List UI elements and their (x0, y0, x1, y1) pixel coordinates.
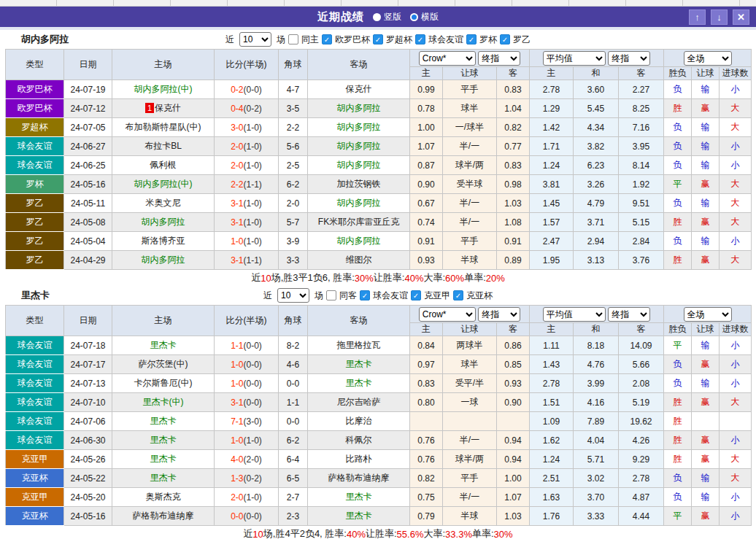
radio-icon[interactable] (373, 13, 381, 21)
away-team: 科佩尔 (308, 431, 410, 450)
corner-score: 2-0 (279, 194, 308, 213)
avg-home-odds: 1.76 (530, 507, 574, 526)
away-team: 比路朴 (308, 450, 410, 469)
match-row: 罗乙24-05-11米奥文尼3-1(1-0)2-0胡内多阿拉0.67半/一1.0… (6, 194, 752, 213)
away-team-name: 里杰卡 (346, 378, 372, 388)
layout-radio-vertical[interactable]: 竖版 (373, 11, 401, 23)
close-button[interactable]: ✕ (733, 9, 749, 25)
away-team-name: 里杰卡 (346, 511, 372, 521)
away-team-name: 维图尔 (346, 255, 372, 265)
fulltime-score: 1-0 (231, 236, 243, 247)
odds-stage-select[interactable]: 终指 (478, 307, 520, 322)
league-filter-label: 欧罗巴杯 (335, 34, 370, 46)
league-filter-checkbox[interactable]: ✓ (500, 34, 510, 44)
league-filter-checkbox[interactable]: ✓ (322, 34, 332, 44)
odds-company-select[interactable]: Crow* (419, 51, 476, 66)
handicap-line (443, 412, 497, 431)
sub-column-header: 进球数 (720, 323, 752, 336)
scope-select[interactable]: 全场 (684, 307, 732, 322)
result-goals: 大 (720, 118, 752, 137)
avg-stage-select[interactable]: 终指 (608, 307, 650, 322)
avg-home-odds: 1.43 (530, 355, 574, 374)
layout-radio-horizontal[interactable]: 横版 (410, 11, 439, 23)
move-down-button[interactable]: ↓ (711, 9, 728, 25)
home-team-name: 保克什 (155, 103, 181, 113)
column-header: 日期 (64, 50, 112, 80)
league-filter-checkbox[interactable]: ✓ (373, 34, 383, 44)
away-team-name: 胡内多阿拉 (337, 160, 381, 170)
result-win-draw-loss: 负 (664, 137, 692, 156)
fulltime-score: 2-2 (231, 179, 243, 190)
handicap-line: 半/一 (443, 137, 497, 156)
team-section: 胡内多阿拉近10场同主✓欧罗巴杯✓罗超杯✓球会友谊✓罗杯✓罗乙类型日期主场比分(… (5, 30, 751, 286)
league-filter-checkbox[interactable]: ✓ (466, 34, 477, 44)
halftime-score: (0-0) (244, 341, 262, 351)
halftime-score: (1-0) (244, 492, 262, 503)
sub-column-header: 胜负 (664, 67, 692, 80)
league-filter-label: 球会友谊 (373, 290, 408, 302)
match-row: 克亚杯24-05-22里杰卡1-3(0-2)6-5萨格勒布迪纳摩0.82平手1.… (6, 469, 752, 488)
avg-home-odds: 2.47 (530, 232, 574, 251)
match-row: 球会友谊24-07-06里杰卡7-1(3-0)0-0比摩治1.097.8919.… (6, 412, 752, 431)
handicap-line: 半球 (443, 251, 497, 270)
home-odds: 0.76 (410, 450, 443, 469)
summary-segment: 33.3% (445, 529, 472, 539)
avg-source-select[interactable]: 平均值 (543, 51, 606, 66)
sub-column-header: 让球 (692, 323, 720, 336)
away-odds: 0.89 (497, 251, 530, 270)
home-team: 胡内多阿拉 (112, 213, 215, 232)
league-filter-checkbox[interactable]: ✓ (411, 290, 421, 300)
match-date: 24-05-20 (64, 488, 112, 507)
league-filter-checkbox[interactable]: ✓ (415, 34, 425, 44)
match-date: 24-06-30 (64, 431, 112, 450)
avg-draw-odds: 4.16 (574, 393, 619, 412)
result-goals: 小 (720, 355, 752, 374)
same-venue-checkbox[interactable] (288, 34, 298, 44)
halftime-score: (0-2) (244, 473, 262, 484)
recent-count-select[interactable]: 10 (277, 288, 309, 303)
avg-draw-odds: 4.04 (574, 431, 619, 450)
halftime-score: (0-0) (244, 360, 262, 370)
corner-score: 2-5 (279, 156, 308, 175)
summary-segment: 让胜率: (374, 271, 405, 284)
home-team: 里杰卡 (112, 469, 215, 488)
away-team: 萨格勒布迪纳摩 (308, 469, 410, 488)
score: 3-1(1-0) (215, 213, 279, 232)
corner-score: 6-5 (279, 469, 308, 488)
away-team: FK米耶尔库雷亚丘克 (308, 213, 410, 232)
away-team: 里杰卡 (308, 355, 410, 374)
league-filter-checkbox[interactable]: ✓ (360, 290, 370, 300)
avg-home-odds: 1.24 (530, 156, 574, 175)
result-win-draw-loss: 负 (664, 232, 692, 251)
fulltime-score: 1-0 (231, 379, 243, 389)
move-up-button[interactable]: ↑ (689, 9, 706, 25)
avg-away-odds: 8.25 (619, 99, 664, 118)
corner-score: 5-6 (279, 137, 308, 156)
same-venue-checkbox[interactable] (326, 290, 336, 300)
away-odds: 0.90 (497, 393, 530, 412)
away-team: 尼尔吉哈萨 (308, 393, 410, 412)
fulltime-score: 3-1 (231, 255, 243, 265)
summary-segment: 近 (251, 271, 261, 284)
match-date: 24-05-22 (64, 469, 112, 488)
scope-select[interactable]: 全场 (684, 51, 732, 66)
fulltime-score: 2-0 (231, 160, 243, 171)
match-row: 球会友谊24-06-30里杰卡1-0(1-0)6-2科佩尔0.76半/一0.94… (6, 431, 752, 450)
away-team-name: 胡内多阿拉 (337, 141, 381, 151)
halftime-score: (1-0) (244, 141, 262, 152)
corner-score: 5-7 (279, 213, 308, 232)
avg-stage-select[interactable]: 终指 (608, 51, 650, 66)
avg-source-select[interactable]: 平均值 (543, 307, 606, 322)
avg-draw-odds: 3.13 (574, 251, 619, 270)
recent-count-select[interactable]: 10 (239, 32, 271, 47)
league-filter-checkbox[interactable]: ✓ (453, 290, 463, 300)
sub-column-header: 客 (619, 323, 664, 336)
odds-stage-select[interactable]: 终指 (478, 51, 520, 66)
result-goals: 大 (720, 213, 752, 232)
odds-company-select[interactable]: Crow* (419, 307, 476, 322)
result-handicap: 输 (692, 137, 720, 156)
radio-icon[interactable] (410, 13, 418, 21)
result-goals: 大 (720, 99, 752, 118)
avg-away-odds: 2.08 (619, 374, 664, 393)
halftime-score: (3-0) (244, 416, 262, 427)
